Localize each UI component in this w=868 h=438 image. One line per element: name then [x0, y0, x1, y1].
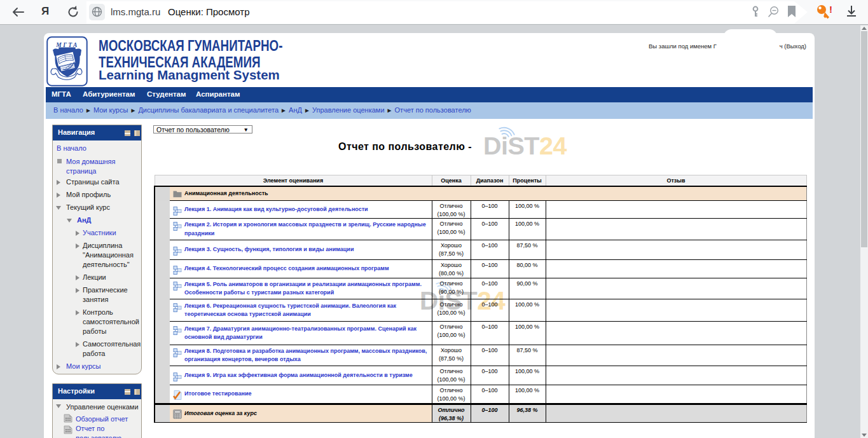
- svg-text:МГТА: МГТА: [55, 42, 78, 48]
- svg-text:!: !: [829, 4, 832, 15]
